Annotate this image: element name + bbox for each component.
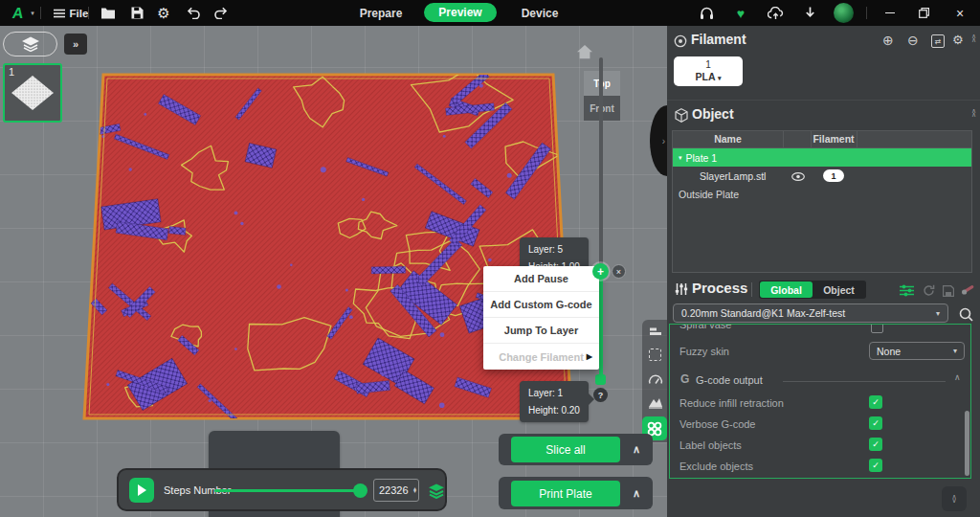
mountain-icon xyxy=(648,395,663,409)
visibility-toggle[interactable] xyxy=(791,171,805,183)
toggle-global[interactable]: Global xyxy=(760,281,813,298)
save-preset-button[interactable] xyxy=(943,283,954,301)
layer-slider-bottom-handle[interactable] xyxy=(595,374,606,385)
double-chevron-up-icon: ∧∧ xyxy=(971,107,976,118)
layer-slider-track-lower[interactable] xyxy=(599,271,603,378)
layer-slider-handle[interactable]: + xyxy=(592,263,609,280)
restore-button[interactable] xyxy=(909,0,938,26)
structure-view-button[interactable] xyxy=(647,394,663,409)
plates-list-button[interactable] xyxy=(3,32,57,56)
swap-filament-button[interactable]: ⇄ xyxy=(931,34,945,48)
remove-marker-button[interactable]: × xyxy=(612,264,626,279)
menu-item-add-pause[interactable]: Add Pause xyxy=(483,266,599,292)
search-icon xyxy=(959,307,973,322)
expand-triangle-icon: ▾ xyxy=(679,154,682,162)
open-button[interactable] xyxy=(96,0,121,26)
close-button[interactable]: × xyxy=(946,0,974,26)
menu-item-jump-to-layer[interactable]: Jump To Layer xyxy=(483,318,599,344)
steps-slider-handle[interactable] xyxy=(353,483,368,498)
object-table: Name Filament ▾ Plate 1 SlayerLamp.stl 1… xyxy=(672,130,972,273)
layer-tooltip-upper-layer: Layer: 5 xyxy=(528,241,580,258)
exclude-objects-checkbox[interactable]: ✓ xyxy=(869,459,882,472)
tab-prepare[interactable]: Prepare xyxy=(343,0,419,26)
cloud-upload-button[interactable] xyxy=(762,0,789,26)
logo-chevron-down-icon[interactable]: ▾ xyxy=(27,0,38,26)
verbose-gcode-checkbox[interactable]: ✓ xyxy=(869,416,882,430)
help-button[interactable]: ? xyxy=(593,388,608,402)
expand-panel-button[interactable]: » xyxy=(64,34,87,55)
divider xyxy=(88,7,89,19)
filament-slot-1[interactable]: 1 PLA ▾ xyxy=(674,56,743,86)
reduce-infill-retraction-checkbox[interactable]: ✓ xyxy=(869,395,882,409)
app-logo[interactable]: A xyxy=(8,0,29,26)
model-filament-badge[interactable]: 1 xyxy=(823,169,844,182)
column-divider xyxy=(857,131,858,148)
restore-icon xyxy=(919,8,929,18)
table-row-outside-plate[interactable]: Outside Plate xyxy=(673,185,971,203)
object-table-header: Name Filament xyxy=(673,131,971,148)
layer-stack-button[interactable] xyxy=(427,483,445,500)
home-view-button[interactable] xyxy=(575,43,594,60)
filament-collapse-button[interactable]: ∧∧ xyxy=(971,34,976,41)
preset-dropdown[interactable]: 0.20mm Standard@K1 Max-Zelf-test ▾ xyxy=(673,303,948,323)
table-row-model[interactable]: SlayerLamp.stl 1 xyxy=(673,167,971,185)
fuzzy-skin-select[interactable]: None ▾ xyxy=(869,342,965,360)
table-row-plate[interactable]: ▾ Plate 1 xyxy=(673,148,971,167)
column-divider xyxy=(783,131,784,148)
tab-preview[interactable]: Preview xyxy=(424,3,497,22)
spiral-vase-checkbox[interactable] xyxy=(871,324,883,333)
toggle-object-label: Object xyxy=(823,284,855,296)
support-button[interactable] xyxy=(693,0,720,26)
favorites-button[interactable]: ♥ xyxy=(727,0,754,26)
number-spinner[interactable]: ▴▾ xyxy=(413,487,416,494)
undo-button[interactable] xyxy=(180,0,205,26)
minimize-button[interactable] xyxy=(876,0,904,26)
slice-options-button[interactable]: ∧ xyxy=(627,441,646,457)
menu-item-change-filament[interactable]: Change Filament ▶ xyxy=(483,344,599,370)
save-button[interactable] xyxy=(124,0,149,26)
remove-filament-button[interactable]: ⊖ xyxy=(907,34,919,47)
preview-viewport[interactable]: » 1 Top Front + × Layer: 5 Height: 1.00 … xyxy=(0,26,667,517)
menu-item-add-custom-gcode[interactable]: Add Custom G-code xyxy=(483,292,599,318)
redo-button[interactable] xyxy=(209,0,234,26)
play-button[interactable] xyxy=(129,478,154,503)
layer-slider-track-upper[interactable] xyxy=(599,57,603,271)
tab-prepare-label: Prepare xyxy=(360,7,403,20)
gcode-collapse-button[interactable]: ∧ xyxy=(954,372,961,382)
download-button[interactable] xyxy=(797,0,822,26)
slice-all-button[interactable]: Slice all xyxy=(511,437,620,462)
steps-number-input[interactable]: 22326 ▴▾ xyxy=(373,479,419,502)
filament-slot-type: PLA ▾ xyxy=(674,71,743,84)
panel-expand-button[interactable]: ∧∨ xyxy=(942,486,967,511)
print-options-button[interactable]: ∧ xyxy=(627,485,646,501)
object-collapse-button[interactable]: ∧∧ xyxy=(971,109,976,116)
setting-label-fuzzy-skin: Fuzzy skin xyxy=(679,346,729,357)
settings-button[interactable]: ⚙ xyxy=(151,0,176,26)
layer-tooltip-lower-layer: Layer: 1 xyxy=(528,385,580,402)
slice-all-label: Slice all xyxy=(546,443,585,457)
label-objects-checkbox[interactable]: ✓ xyxy=(869,438,882,451)
search-settings-button[interactable] xyxy=(957,305,974,323)
folder-open-icon xyxy=(100,7,116,19)
layers-view-button[interactable] xyxy=(648,325,662,338)
filament-settings-button[interactable]: ⚙ xyxy=(952,34,964,46)
reset-preset-button[interactable] xyxy=(923,283,935,301)
print-plate-button[interactable]: Print Plate xyxy=(511,481,620,506)
plate-thumbnail[interactable]: 1 xyxy=(3,63,62,123)
outside-plate-label: Outside Plate xyxy=(679,189,739,200)
column-filament: Filament xyxy=(811,133,857,145)
tab-device[interactable]: Device xyxy=(501,0,578,26)
settings-scrollbar[interactable] xyxy=(965,411,969,476)
dropdown-caret-icon: ▾ xyxy=(953,347,957,355)
steps-slider-track[interactable] xyxy=(214,489,361,492)
selection-box-button[interactable] xyxy=(649,348,661,361)
speed-view-button[interactable] xyxy=(647,371,663,385)
filter-settings-button[interactable] xyxy=(900,283,914,301)
add-filament-button[interactable]: ⊕ xyxy=(882,34,894,47)
filament-type-label: PLA xyxy=(695,71,715,82)
user-avatar[interactable] xyxy=(829,0,858,26)
calibration-button[interactable] xyxy=(961,282,974,300)
toggle-object[interactable]: Object xyxy=(813,281,865,298)
gear-icon: ⚙ xyxy=(157,5,169,22)
filament-slot-number: 1 xyxy=(674,58,743,71)
